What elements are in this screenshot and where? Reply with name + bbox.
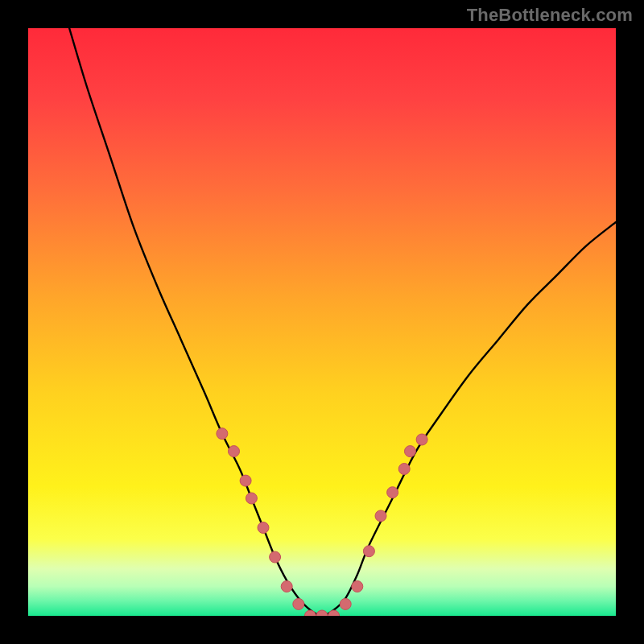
bottleneck-curve [28,28,616,616]
data-point-marker [229,446,240,457]
plot-area [28,28,616,616]
data-point-marker [363,546,374,557]
data-point-marker [258,522,269,534]
data-point-marker [270,551,281,563]
data-point-marker [304,610,316,616]
data-point-marker [316,610,328,616]
data-point-marker [281,581,292,592]
chart-frame: TheBottleneck.com [0,0,644,644]
data-point-marker [387,487,398,498]
data-point-marker [340,598,351,609]
watermark-text: TheBottleneck.com [467,5,633,26]
data-point-marker [246,493,257,504]
data-point-marker [405,446,416,457]
data-point-marker [217,428,228,440]
data-point-marker [328,610,340,616]
data-point-marker [293,598,304,609]
data-point-marker [398,464,410,475]
data-point-marker [375,510,386,522]
data-point-marker [352,581,363,592]
data-point-marker [416,434,427,445]
data-point-marker [240,475,251,486]
